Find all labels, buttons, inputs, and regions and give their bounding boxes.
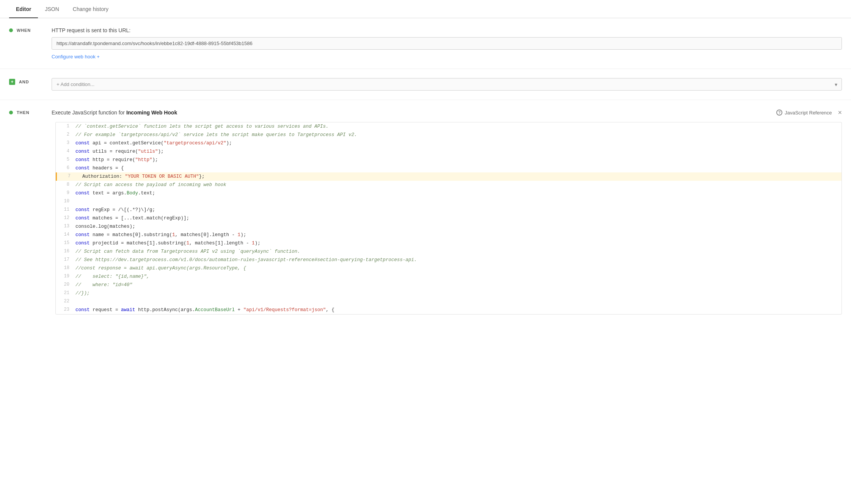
code-line-4: 4 const utils = require("utils"); (56, 147, 842, 156)
code-line-14: 14 const name = matches[0].substring(1, … (56, 231, 842, 239)
close-button[interactable]: × (838, 109, 842, 116)
line-num-9: 9 (56, 189, 74, 197)
and-label-col: + AND (9, 78, 39, 85)
line-num-20: 20 (56, 281, 74, 289)
line-code-23: const request = await http.postAsync(arg… (74, 306, 842, 314)
when-section: WHEN HTTP request is sent to this URL: C… (0, 18, 851, 69)
help-icon: ? (776, 110, 782, 116)
when-description: HTTP request is sent to this URL: (52, 27, 842, 33)
tab-editor[interactable]: Editor (9, 0, 38, 18)
code-line-18: 18 //const response = await api.queryAsy… (56, 264, 842, 272)
line-num-21: 21 (56, 289, 74, 297)
code-line-1: 1 // `context.getService` function lets … (56, 122, 842, 131)
line-code-7: Authorization: "YOUR TOKEN OR BASIC AUTH… (75, 172, 842, 181)
line-code-9: const text = args.Body.text; (74, 189, 842, 197)
line-num-11: 11 (56, 206, 74, 214)
line-code-4: const utils = require("utils"); (74, 147, 842, 156)
line-num-2: 2 (56, 131, 74, 139)
line-num-7: 7 (57, 172, 75, 180)
line-code-16: // Script can fetch data from Targetproc… (74, 247, 842, 256)
when-label-col: WHEN (9, 27, 39, 33)
then-label-col: THEN (9, 110, 39, 115)
code-line-15: 15 const projectid = matches[1].substrin… (56, 239, 842, 247)
tabs-bar: Editor JSON Change history (0, 0, 851, 18)
when-keyword: WHEN (17, 28, 31, 33)
code-line-20: 20 // where: "id=40" (56, 281, 842, 289)
and-keyword: AND (19, 80, 29, 84)
line-num-23: 23 (56, 306, 74, 314)
code-line-13: 13 console.log(matches); (56, 222, 842, 231)
code-line-10: 10 (56, 197, 842, 206)
then-keyword: THEN (17, 110, 29, 115)
and-plus-icon: + (9, 79, 15, 85)
code-line-12: 12 const matches = [...text.match(regExp… (56, 214, 842, 222)
line-num-4: 4 (56, 147, 74, 155)
line-num-8: 8 (56, 181, 74, 189)
line-num-1: 1 (56, 122, 74, 130)
line-num-15: 15 (56, 239, 74, 247)
line-num-14: 14 (56, 231, 74, 239)
line-code-15: const projectid = matches[1].substring(1… (74, 239, 842, 247)
then-description-prefix: Execute JavaScript function for (52, 110, 126, 116)
line-num-19: 19 (56, 272, 74, 280)
line-code-6: const headers = { (74, 164, 842, 172)
code-line-8: 8 // Script can access the payload of in… (56, 181, 842, 189)
line-code-3: const api = context.getService("targetpr… (74, 139, 842, 147)
line-code-19: // select: "{id,name}", (74, 272, 842, 281)
line-num-17: 17 (56, 256, 74, 264)
code-editor[interactable]: 1 // `context.getService` function lets … (55, 122, 842, 315)
line-code-13: console.log(matches); (74, 222, 842, 231)
then-dot (9, 111, 13, 114)
add-condition-select[interactable]: + Add condition... (52, 78, 842, 91)
then-title: Execute JavaScript function for Incoming… (52, 110, 764, 116)
line-code-12: const matches = [...text.match(regExp)]; (74, 214, 842, 222)
line-num-10: 10 (56, 197, 74, 205)
webhook-url-input[interactable] (52, 37, 842, 50)
code-line-2: 2 // For example `targetprocess/api/v2` … (56, 131, 842, 139)
js-reference-label: JavaScript Reference (785, 110, 832, 116)
main-content: WHEN HTTP request is sent to this URL: C… (0, 18, 851, 324)
line-code-18: //const response = await api.queryAsync(… (74, 264, 842, 272)
line-code-8: // Script can access the payload of inco… (74, 181, 842, 189)
line-num-22: 22 (56, 297, 74, 305)
when-dot (9, 28, 13, 32)
line-code-2: // For example `targetprocess/api/v2` se… (74, 131, 842, 139)
line-code-11: const regExp = /\[(.*?)\]/g; (74, 206, 842, 214)
app-container: Editor JSON Change history WHEN HTTP req… (0, 0, 851, 504)
tab-change-history[interactable]: Change history (66, 0, 115, 18)
then-toolbar: ? JavaScript Reference × (776, 109, 842, 116)
code-line-22: 22 (56, 297, 842, 306)
code-line-17: 17 // See https://dev.targetprocess.com/… (56, 256, 842, 264)
add-condition-wrapper: + Add condition... (52, 78, 842, 91)
then-section: THEN Execute JavaScript function for Inc… (0, 100, 851, 324)
line-num-18: 18 (56, 264, 74, 272)
line-num-5: 5 (56, 156, 74, 164)
code-line-5: 5 const http = require("http"); (56, 156, 842, 164)
then-description-bold: Incoming Web Hook (126, 110, 177, 116)
line-code-10 (74, 197, 842, 206)
code-line-6: 6 const headers = { (56, 164, 842, 172)
line-num-12: 12 (56, 214, 74, 222)
line-code-14: const name = matches[0].substring(1, mat… (74, 231, 842, 239)
code-line-7: 7 Authorization: "YOUR TOKEN OR BASIC AU… (56, 172, 842, 181)
code-line-19: 19 // select: "{id,name}", (56, 272, 842, 281)
line-code-5: const http = require("http"); (74, 156, 842, 164)
line-num-16: 16 (56, 247, 74, 255)
code-line-21: 21 //}); (56, 289, 842, 297)
then-header: THEN Execute JavaScript function for Inc… (9, 109, 842, 116)
code-line-3: 3 const api = context.getService("target… (56, 139, 842, 147)
and-content: + Add condition... (52, 78, 842, 91)
line-code-20: // where: "id=40" (74, 281, 842, 289)
line-num-6: 6 (56, 164, 74, 172)
code-line-23: 23 const request = await http.postAsync(… (56, 306, 842, 314)
js-reference-link[interactable]: ? JavaScript Reference (776, 110, 832, 116)
line-num-3: 3 (56, 139, 74, 147)
configure-webhook-link[interactable]: Configure web hook + (52, 54, 100, 59)
code-line-9: 9 const text = args.Body.text; (56, 189, 842, 197)
line-code-17: // See https://dev.targetprocess.com/v1.… (74, 256, 842, 264)
tab-json[interactable]: JSON (38, 0, 66, 18)
line-code-22 (74, 297, 842, 306)
line-code-1: // `context.getService` function lets th… (74, 122, 842, 131)
line-code-21: //}); (74, 289, 842, 297)
and-section: + AND + Add condition... (0, 69, 851, 100)
